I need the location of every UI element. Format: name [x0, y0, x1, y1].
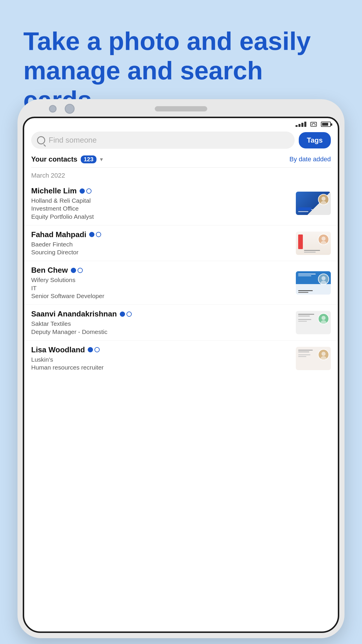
contact-company: Luskin's Human resources recruiter: [31, 356, 291, 372]
list-item[interactable]: Lisa Woodland Luskin's Human resources r…: [24, 340, 338, 376]
search-placeholder: Find someone: [49, 136, 97, 145]
contact-name: Ben Chew: [31, 266, 68, 275]
contact-card-thumbnail: [296, 271, 331, 295]
contact-company: Saktar Textiles Deputy Manager - Domesti…: [31, 320, 291, 336]
contact-name: Lisa Woodland: [31, 345, 85, 354]
contact-info: Fahad Mahpadi Baeder Fintech Sourcing Di…: [31, 230, 291, 256]
contact-card-thumbnail: [296, 347, 331, 370]
search-section: Find someone Tags: [24, 129, 338, 152]
contact-info: Ben Chew Wifery Solutions IT Senior Soft…: [31, 266, 291, 300]
contacts-title: Your contacts: [31, 155, 77, 163]
phone-screen: Find someone Tags Your contacts 123 ▾ By…: [23, 117, 339, 633]
front-sensor: [65, 104, 75, 114]
sync-dot-outline: [94, 347, 100, 352]
contact-info: Lisa Woodland Luskin's Human resources r…: [31, 345, 291, 372]
list-item[interactable]: Michelle Lim Holland & Reli Capital Inve…: [24, 182, 338, 225]
sync-icons: [120, 312, 132, 317]
contact-name: Fahad Mahpadi: [31, 230, 86, 239]
avatar: [318, 234, 329, 245]
sync-dot-filled: [120, 312, 125, 317]
tags-button[interactable]: Tags: [299, 132, 331, 148]
phone-speaker: [155, 106, 207, 111]
sync-dot-outline: [96, 232, 101, 237]
sync-dot-filled: [88, 347, 93, 352]
contacts-chevron-icon: ▾: [100, 156, 103, 163]
wifi-icon: [310, 122, 317, 127]
contact-card-thumbnail: [296, 232, 331, 255]
phone-mockup: Find someone Tags Your contacts 123 ▾ By…: [17, 99, 345, 638]
list-item[interactable]: Ben Chew Wifery Solutions IT Senior Soft…: [24, 261, 338, 304]
contacts-count-badge: 123: [81, 155, 96, 163]
avatar: [318, 349, 329, 360]
contacts-title-area: Your contacts 123 ▾: [31, 155, 103, 163]
contact-name-row: Lisa Woodland: [31, 345, 291, 354]
sync-dot-filled: [80, 188, 85, 194]
sync-icons: [88, 347, 100, 352]
search-bar[interactable]: Find someone: [31, 132, 295, 149]
sync-icons: [89, 232, 101, 237]
battery-icon: [321, 122, 331, 127]
contact-company: Holland & Reli Capital Investment Office…: [31, 197, 291, 220]
list-item[interactable]: Fahad Mahpadi Baeder Fintech Sourcing Di…: [24, 225, 338, 261]
avatar: [318, 313, 329, 324]
contact-name: Michelle Lim: [31, 186, 77, 195]
contact-info: Michelle Lim Holland & Reli Capital Inve…: [31, 186, 291, 220]
contact-name-row: Fahad Mahpadi: [31, 230, 291, 239]
contacts-header: Your contacts 123 ▾ By date added: [24, 152, 338, 167]
sync-icons: [80, 188, 92, 194]
contact-info: Saanvi Anandakrishnan Saktar Textiles De…: [31, 309, 291, 336]
contact-company: Wifery Solutions IT Senior Software Deve…: [31, 276, 291, 300]
list-item[interactable]: Saanvi Anandakrishnan Saktar Textiles De…: [24, 304, 338, 340]
sort-label[interactable]: By date added: [289, 155, 331, 163]
sync-dot-outline: [126, 312, 132, 317]
sync-dot-outline: [78, 268, 83, 273]
front-camera: [49, 105, 57, 113]
contact-card-thumbnail: [296, 192, 331, 215]
avatar: [318, 274, 329, 285]
search-icon: [37, 136, 45, 144]
status-bar: [24, 118, 338, 129]
contact-card-thumbnail: [296, 311, 331, 334]
contact-name-row: Michelle Lim: [31, 186, 291, 195]
contact-name-row: Saanvi Anandakrishnan: [31, 309, 291, 318]
contact-name-row: Ben Chew: [31, 266, 291, 275]
sync-dot-outline: [86, 188, 92, 194]
sync-icons: [71, 268, 83, 273]
contact-name: Saanvi Anandakrishnan: [31, 309, 117, 318]
signal-icon: [296, 122, 306, 127]
phone-cameras: [49, 104, 75, 114]
sync-dot-filled: [89, 232, 94, 237]
month-label: March 2022: [24, 168, 338, 182]
contact-company: Baeder Fintech Sourcing Director: [31, 240, 291, 256]
phone-top-bar: [23, 106, 339, 111]
sync-dot-filled: [71, 268, 76, 273]
